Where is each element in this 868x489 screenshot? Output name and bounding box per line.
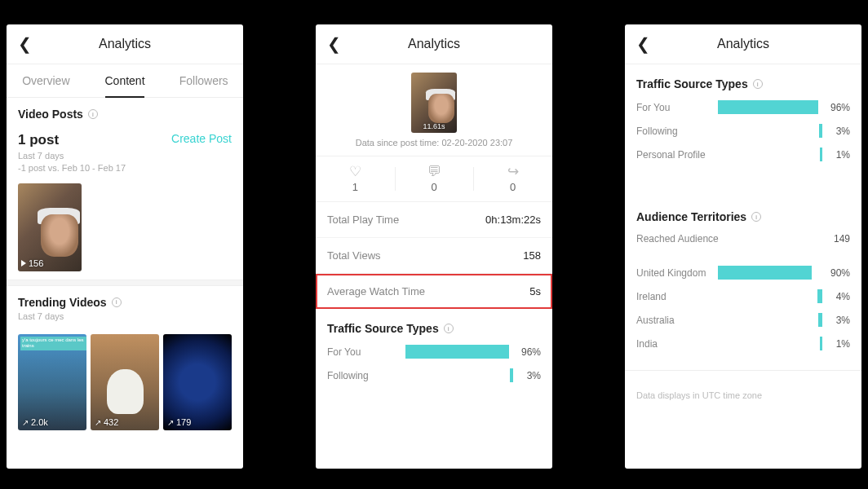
info-icon[interactable]: i <box>88 109 98 119</box>
total-views-row: Total Views 158 <box>316 238 552 274</box>
since-text: Data since post time: 02-20-2020 23:07 <box>316 138 552 156</box>
territories-title: Audience Territories <box>636 210 746 223</box>
info-icon[interactable]: i <box>753 79 763 89</box>
shares-stat[interactable]: ↪ 0 <box>473 156 552 201</box>
trending-title: Trending Videos <box>18 296 107 309</box>
video-thumbnail[interactable]: 156 <box>18 183 82 271</box>
post-thumbnail[interactable]: 11.61s <box>411 73 457 133</box>
create-post-button[interactable]: Create Post <box>171 132 232 145</box>
trending-video-2[interactable]: ↗432 <box>91 334 159 430</box>
page-title: Analytics <box>316 37 552 51</box>
trending-section: Trending Videos i Last 7 days <box>7 286 243 328</box>
share-icon: ↗ <box>167 418 174 427</box>
back-icon[interactable]: ❮ <box>18 34 32 54</box>
traffic-bar-following: Following 3% <box>316 363 552 387</box>
header: ❮ Analytics <box>625 24 861 64</box>
likes-stat[interactable]: ♡ 1 <box>316 156 395 201</box>
trending-video-1[interactable]: y'a toujours ce mec dans les trains ↗2.0… <box>18 334 86 430</box>
tab-followers[interactable]: Followers <box>164 64 243 97</box>
country-bar-ireland: Ireland 4% <box>625 284 861 308</box>
back-icon[interactable]: ❮ <box>636 34 650 54</box>
share-icon: ↗ <box>95 418 101 427</box>
analytics-screen-post-detail: ❮ Analytics 11.61s Data since post time:… <box>316 24 552 469</box>
tab-overview[interactable]: Overview <box>7 64 86 97</box>
info-icon[interactable]: i <box>751 212 761 222</box>
avg-watch-time-row: Average Watch Time 5s <box>316 274 552 309</box>
post-count: 1 post <box>18 132 59 148</box>
heart-icon: ♡ <box>316 165 395 178</box>
comment-icon: 💬︎ <box>395 165 474 178</box>
tabs: Overview Content Followers <box>7 64 243 98</box>
traffic-title: Traffic Source Types <box>327 322 439 335</box>
traffic-title: Traffic Source Types <box>636 77 748 90</box>
traffic-bar-foryou: For You 96% <box>316 340 552 363</box>
country-bar-uk: United Kingdom 90% <box>625 261 861 284</box>
video-posts-title: Video Posts <box>18 108 83 121</box>
play-count: 156 <box>21 258 43 268</box>
analytics-screen-content: ❮ Analytics Overview Content Followers V… <box>7 24 243 469</box>
traffic-bar-personal: Personal Profile 1% <box>625 143 861 166</box>
share-icon: ↗ <box>22 418 29 427</box>
last-7-days-label: Last 7 days <box>7 150 243 162</box>
info-icon[interactable]: i <box>112 297 122 307</box>
page-title: Analytics <box>625 37 861 51</box>
traffic-bar-foryou: For You 96% <box>625 95 861 119</box>
header: ❮ Analytics <box>7 24 243 64</box>
badge: y'a toujours ce mec dans les trains <box>20 337 86 350</box>
traffic-bar-following: Following 3% <box>625 119 861 143</box>
duration-label: 11.61s <box>411 122 457 130</box>
trending-video-3[interactable]: ↗179 <box>163 334 232 430</box>
comments-stat[interactable]: 💬︎ 0 <box>395 156 474 201</box>
info-icon[interactable]: i <box>444 324 454 333</box>
footnote: Data displays in UTC time zone <box>625 377 861 413</box>
engagement-stats: ♡ 1 💬︎ 0 ↪ 0 <box>316 156 552 202</box>
video-posts-section: Video Posts i <box>7 98 243 126</box>
country-bar-australia: Australia 3% <box>625 308 861 332</box>
play-icon <box>21 260 26 267</box>
share-icon: ↪ <box>473 165 552 178</box>
analytics-screen-traffic-territories: ❮ Analytics Traffic Source Types i For Y… <box>625 24 861 469</box>
reached-audience-row: Reached Audience 149 <box>625 228 861 249</box>
tab-content[interactable]: Content <box>86 64 165 97</box>
header: ❮ Analytics <box>316 24 552 64</box>
trending-sub: Last 7 days <box>18 309 232 323</box>
page-title: Analytics <box>7 37 243 51</box>
country-bar-india: India 1% <box>625 332 861 355</box>
compare-label: -1 post vs. Feb 10 - Feb 17 <box>7 162 243 174</box>
back-icon[interactable]: ❮ <box>327 34 341 54</box>
total-play-time-row: Total Play Time 0h:13m:22s <box>316 202 552 238</box>
